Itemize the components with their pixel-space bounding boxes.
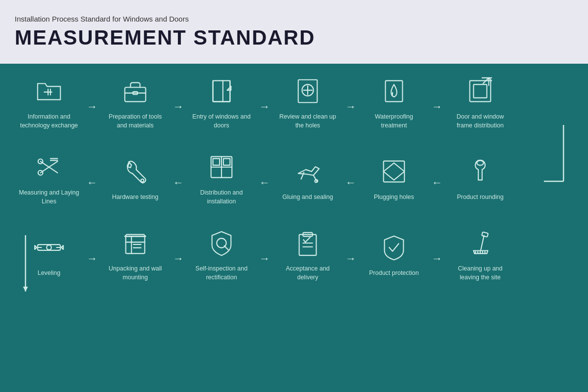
step-label-product-protection: Product protection — [369, 269, 418, 278]
step-tools-prep: Preparation of tools and materials — [101, 74, 170, 130]
step-entry-windows: Entry of windows and doors — [187, 74, 256, 130]
step-cleaning: Cleaning up and leaving the site — [446, 225, 514, 282]
arrow-4: → — [342, 91, 360, 113]
arrow-rev-3: ← — [256, 167, 273, 189]
step-unpacking: Unpacking and wall mounting — [101, 225, 170, 282]
search-shield-icon — [204, 225, 239, 261]
svg-line-51 — [224, 246, 228, 250]
svg-line-60 — [481, 236, 484, 251]
step-label-frame-dist: Door and window frame distribution — [448, 113, 512, 130]
svg-rect-61 — [482, 232, 488, 237]
step-product-rounding: Product rounding — [446, 154, 514, 202]
step-label-cleaning: Cleaning up and leaving the site — [448, 265, 512, 282]
step-info-exchange: Information and technology exchange — [15, 74, 83, 130]
level-icon — [31, 230, 67, 265]
step-product-protection: Product protection — [360, 230, 428, 278]
arrow-r3-1: → — [83, 243, 101, 265]
step-label-self-inspection: Self-inspection and rectification — [190, 265, 253, 282]
grid-window-icon — [204, 149, 239, 185]
svg-point-29 — [141, 179, 144, 182]
step-label-unpacking: Unpacking and wall mounting — [103, 265, 167, 282]
step-label-info-exchange: Information and technology exchange — [17, 113, 81, 130]
svg-rect-33 — [213, 159, 220, 166]
row1: Information and technology exchange → Pr… — [15, 74, 573, 130]
water-drop-icon — [376, 74, 412, 109]
arrow-rev-1: ← — [83, 167, 101, 189]
step-label-gluing: Gluing and sealing — [282, 193, 333, 202]
step-label-tools-prep: Preparation of tools and materials — [103, 113, 167, 130]
step-label-product-rounding: Product rounding — [457, 193, 503, 202]
header: Installation Process Standard for Window… — [0, 0, 588, 64]
glue-gun-icon — [290, 154, 325, 189]
step-frame-dist: Door and window frame distribution — [446, 74, 514, 130]
step-label-entry-windows: Entry of windows and doors — [190, 113, 253, 130]
arrow-5: → — [428, 91, 446, 113]
step-plugging: Plugging holes — [360, 154, 428, 202]
svg-rect-17 — [386, 81, 403, 102]
svg-rect-38 — [384, 161, 405, 182]
arrow-3: → — [256, 91, 273, 113]
broom-icon — [463, 225, 498, 261]
step-measuring: Measuring and Laying Lines — [15, 149, 83, 206]
main-content: Information and technology exchange → Pr… — [0, 64, 588, 392]
step-label-review-holes: Review and clean up the holes — [276, 113, 340, 130]
magnifier-icon — [290, 74, 325, 109]
scissors-ruler-icon — [31, 149, 67, 185]
arrow-2: → — [170, 91, 187, 113]
header-subtitle: Installation Process Standard for Window… — [15, 15, 573, 23]
step-acceptance: Acceptance and delivery — [273, 225, 342, 282]
svg-marker-39 — [384, 163, 405, 180]
arrow-r3-4: → — [342, 243, 360, 265]
arrow-1: → — [83, 91, 101, 113]
step-distribution: Distribution and installation — [187, 149, 256, 206]
row3: Leveling → Unpacking and wall mounting — [15, 225, 573, 282]
step-label-acceptance: Acceptance and delivery — [276, 265, 340, 282]
step-label-waterproofing: Waterproofing treatment — [362, 113, 426, 130]
diamond-frame-icon — [376, 154, 412, 189]
step-label-distribution: Distribution and installation — [190, 189, 253, 206]
svg-rect-20 — [473, 84, 487, 98]
arrow-rev-2: ← — [170, 167, 187, 189]
step-leveling: Leveling — [15, 230, 83, 278]
clipboard-check-icon — [290, 225, 325, 261]
arrow-r3-2: → — [170, 243, 187, 265]
folder-icon — [31, 74, 67, 109]
package-icon — [118, 225, 153, 261]
shield-check-icon — [376, 230, 412, 265]
step-self-inspection: Self-inspection and rectification — [187, 225, 256, 282]
svg-point-40 — [477, 160, 484, 165]
frame-export-icon — [463, 74, 498, 109]
header-title: MEASUREMENT STANDARD — [15, 26, 573, 49]
wrench-icon — [118, 154, 153, 189]
step-label-measuring: Measuring and Laying Lines — [17, 189, 81, 206]
step-gluing: Gluing and sealing — [273, 154, 342, 202]
pin-icon — [463, 154, 498, 189]
arrow-r3-3: → — [256, 243, 273, 265]
step-label-leveling: Leveling — [38, 269, 61, 278]
row2: Measuring and Laying Lines ← Hardware te… — [15, 149, 573, 206]
step-hardware: Hardware testing — [101, 154, 170, 202]
step-waterproofing: Waterproofing treatment — [360, 74, 428, 130]
step-label-hardware: Hardware testing — [112, 193, 159, 202]
svg-point-42 — [47, 245, 51, 250]
arrow-rev-4: ← — [342, 167, 360, 189]
svg-rect-10 — [213, 81, 230, 102]
svg-rect-52 — [299, 235, 317, 256]
arrow-r3-5: → — [428, 243, 446, 265]
door-entry-icon — [204, 74, 239, 109]
svg-marker-3 — [23, 287, 28, 292]
arrow-rev-5: ← — [428, 167, 446, 189]
step-review-holes: Review and clean up the holes — [273, 74, 342, 130]
step-label-plugging: Plugging holes — [374, 193, 414, 202]
svg-rect-34 — [223, 159, 230, 166]
toolbox-icon — [118, 74, 153, 109]
svg-rect-19 — [470, 81, 491, 102]
